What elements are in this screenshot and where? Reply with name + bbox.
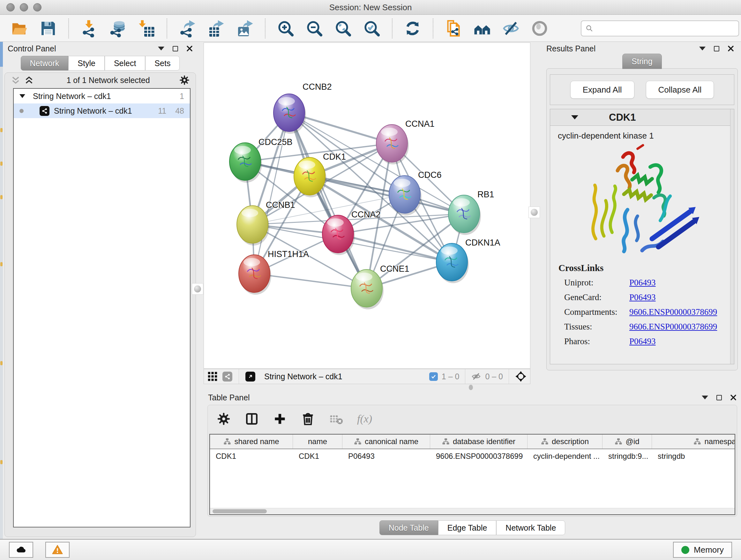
table-header-row: shared name name canonical name database… xyxy=(210,435,735,449)
collapse-panel-icon[interactable] xyxy=(158,47,164,51)
cell-name[interactable]: CDK1 xyxy=(293,449,342,463)
crosslink-link[interactable]: P06493 xyxy=(629,275,656,290)
tab-edge-table[interactable]: Edge Table xyxy=(438,520,496,535)
memory-button[interactable]: Memory xyxy=(673,542,732,558)
section-collapse-icon[interactable] xyxy=(571,115,578,119)
zoom-fit-icon[interactable] xyxy=(333,18,353,38)
expand-collapse-bar: Expand All Collapse All xyxy=(550,74,734,105)
cell-namespace[interactable]: stringdb xyxy=(652,449,735,463)
birdseye-navigator-icon[interactable] xyxy=(515,370,527,382)
search-input[interactable] xyxy=(596,24,735,33)
delete-column-icon[interactable] xyxy=(301,412,315,426)
right-splitter-grip[interactable] xyxy=(529,206,540,218)
add-column-icon[interactable] xyxy=(273,412,287,426)
column-header[interactable]: canonical name xyxy=(342,435,430,449)
collapse-panel-icon[interactable] xyxy=(699,47,705,51)
left-splitter-grip[interactable] xyxy=(192,283,203,295)
close-panel-icon[interactable] xyxy=(730,394,737,401)
tab-network[interactable]: Network xyxy=(21,56,69,71)
network-row[interactable]: String Network – cdk1 11 48 xyxy=(14,104,190,118)
tree-expand-icon[interactable] xyxy=(19,94,25,98)
column-header[interactable]: name xyxy=(293,435,342,449)
bottom-splitter-grip[interactable] xyxy=(469,385,473,390)
table-row[interactable]: CDK1 CDK1 P06493 9606.ENSP00000378699 cy… xyxy=(210,449,735,463)
crosslink-link[interactable]: P06493 xyxy=(629,334,656,349)
svg-text:CCNB1: CCNB1 xyxy=(266,200,295,210)
column-header[interactable]: shared name xyxy=(210,435,293,449)
cloud-button[interactable] xyxy=(9,542,33,558)
hidden-items-icon[interactable] xyxy=(471,371,481,381)
tab-select[interactable]: Select xyxy=(105,56,145,71)
import-network-file-icon[interactable] xyxy=(79,18,99,38)
hide-selected-icon[interactable] xyxy=(501,18,521,38)
gene-section-header[interactable]: CDK1 xyxy=(550,109,734,126)
import-network-database-icon[interactable] xyxy=(108,18,128,38)
network-panel-box: 1 of 1 Network selected String Network –… xyxy=(4,72,196,537)
column-header[interactable]: namespace xyxy=(652,435,735,449)
delete-table-icon[interactable] xyxy=(329,412,343,426)
table-horizontal-scrollbar[interactable] xyxy=(210,508,735,514)
network-from-file-icon[interactable] xyxy=(444,18,463,38)
tab-node-table[interactable]: Node Table xyxy=(380,520,438,535)
network-view-badge-icon[interactable] xyxy=(222,372,232,381)
float-panel-icon[interactable] xyxy=(717,395,722,400)
network-node-CDKN1A: CDKN1A xyxy=(436,238,500,283)
section-scrollbar[interactable] xyxy=(730,109,734,364)
toolbar-separator xyxy=(392,18,393,38)
tab-style[interactable]: Style xyxy=(68,56,105,71)
cell-database-identifier[interactable]: 9606.ENSP00000378699 xyxy=(430,449,528,463)
zoom-in-icon[interactable] xyxy=(276,18,295,38)
column-header[interactable]: database identifier xyxy=(430,435,528,449)
open-session-icon[interactable] xyxy=(10,18,29,38)
toolbar-separator xyxy=(68,18,69,38)
close-panel-icon[interactable] xyxy=(186,45,193,52)
show-columns-icon[interactable] xyxy=(245,412,259,426)
save-session-icon[interactable] xyxy=(38,18,58,38)
cell-canonical-name[interactable]: P06493 xyxy=(342,449,430,463)
tab-string[interactable]: String xyxy=(622,54,662,69)
detach-view-icon[interactable] xyxy=(246,372,255,381)
network-graph[interactable]: CCNB2CCNA1CDC25BCDK1CDC6RB1CCNB1CCNA2CDK… xyxy=(204,43,530,368)
cell-shared-name[interactable]: CDK1 xyxy=(210,449,293,463)
refresh-icon[interactable] xyxy=(403,18,422,38)
tab-network-table[interactable]: Network Table xyxy=(496,520,565,535)
column-header[interactable]: @id xyxy=(603,435,652,449)
svg-text:CDK1: CDK1 xyxy=(323,152,346,162)
export-table-icon[interactable] xyxy=(206,18,226,38)
first-neighbors-icon[interactable] xyxy=(472,18,492,38)
network-options-gear-icon[interactable] xyxy=(179,75,190,85)
tab-sets[interactable]: Sets xyxy=(145,56,180,71)
close-panel-icon[interactable] xyxy=(728,45,734,52)
function-builder-icon[interactable]: f(x) xyxy=(357,413,372,425)
collapse-all-networks-icon[interactable] xyxy=(24,75,34,85)
cell-id[interactable]: stringdb:9... xyxy=(603,449,652,463)
import-table-icon[interactable] xyxy=(137,18,156,38)
collapse-panel-icon[interactable] xyxy=(702,395,708,399)
crosslink-link[interactable]: 9606.ENSP00000378699 xyxy=(629,319,717,334)
background-sliver xyxy=(0,195,3,199)
float-panel-icon[interactable] xyxy=(173,46,178,51)
network-canvas[interactable]: CCNB2CCNA1CDC25BCDK1CDC6RB1CCNB1CCNA2CDK… xyxy=(204,43,530,369)
zoom-selected-icon[interactable] xyxy=(362,18,382,38)
crosslink-link[interactable]: P06493 xyxy=(629,290,656,305)
export-network-icon[interactable] xyxy=(178,18,197,38)
grid-view-icon[interactable] xyxy=(207,371,218,382)
crosslink-link[interactable]: 9606.ENSP00000378699 xyxy=(629,305,717,319)
expand-all-networks-icon[interactable] xyxy=(10,75,21,85)
float-panel-icon[interactable] xyxy=(714,46,719,51)
show-all-icon[interactable] xyxy=(530,18,549,38)
zoom-out-icon[interactable] xyxy=(305,18,324,38)
control-panel-header: Control Panel xyxy=(3,42,197,55)
scrollbar-thumb[interactable] xyxy=(212,509,267,513)
svg-text:CCNB2: CCNB2 xyxy=(302,82,332,91)
warning-button[interactable] xyxy=(45,542,70,558)
cell-description[interactable]: cyclin-dependent ... xyxy=(528,449,603,463)
collapse-all-button[interactable]: Collapse All xyxy=(646,81,714,99)
table-options-gear-icon[interactable] xyxy=(217,412,231,426)
column-header[interactable]: description xyxy=(528,435,603,449)
expand-all-button[interactable]: Expand All xyxy=(570,81,634,99)
selected-nodes-checkbox-icon[interactable] xyxy=(429,372,438,381)
export-image-icon[interactable] xyxy=(235,18,255,38)
network-collection-row[interactable]: String Network – cdk1 1 xyxy=(14,89,190,104)
crosslink-label: Uniprot: xyxy=(558,275,629,290)
